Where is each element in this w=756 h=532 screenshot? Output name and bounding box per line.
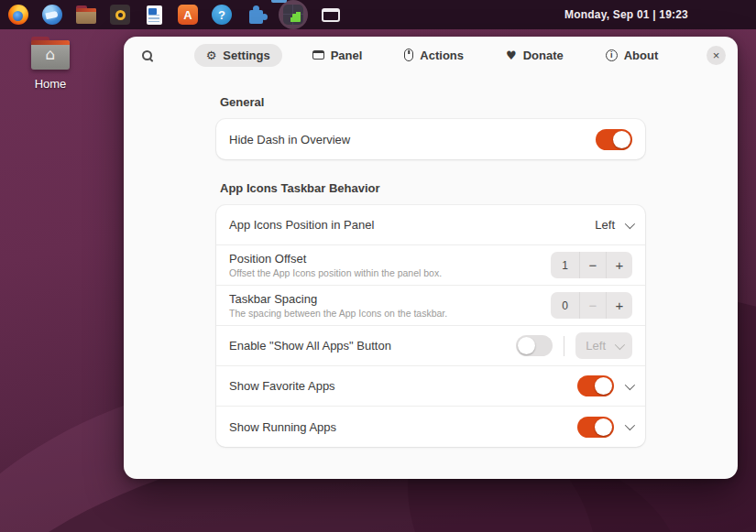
tab-panel[interactable]: Panel (301, 44, 375, 67)
panel-icon (312, 50, 324, 60)
rhythmbox-icon[interactable] (109, 4, 131, 26)
spinner-value[interactable]: 1 (551, 252, 579, 278)
show-all-apps-position-dropdown-disabled: Left (575, 332, 632, 359)
extension-manager-icon-active[interactable] (279, 0, 308, 29)
show-all-apps-toggle[interactable] (516, 335, 553, 356)
section-title-general: General (220, 95, 645, 109)
clock[interactable]: Monday, Sep 01 | 19:23 (564, 8, 749, 21)
top-bar: A ? Monday, Sep 01 | 19:23 (0, 0, 756, 29)
thunderbird-icon[interactable] (41, 4, 63, 26)
tab-bar: ⚙ Settings Panel Actions ♥ Donate i Abou… (158, 44, 707, 67)
row-title: Taskbar Spacing (229, 292, 447, 306)
decrement-button-disabled: − (579, 292, 606, 319)
chevron-down-icon (625, 218, 635, 228)
row-title: App Icons Position in Panel (229, 218, 374, 232)
position-dropdown[interactable]: Left (595, 218, 632, 232)
desktop-home-folder[interactable]: ⌂ Home (22, 40, 79, 91)
row-title: Hide Dash in Overview (229, 133, 350, 147)
extensions-icon[interactable] (245, 4, 267, 26)
hide-dash-toggle[interactable] (596, 129, 632, 150)
mouse-icon (404, 49, 413, 61)
tab-settings[interactable]: ⚙ Settings (194, 44, 282, 67)
row-title: Show Favorite Apps (229, 379, 335, 393)
firefox-icon[interactable] (7, 4, 29, 26)
row-title: Enable "Show All Apps" Button (229, 339, 391, 353)
home-folder-label: Home (22, 77, 79, 91)
tab-about[interactable]: i About (594, 44, 671, 67)
app-center-icon[interactable]: A (177, 4, 199, 26)
close-icon: × (713, 49, 720, 61)
row-show-favorite-apps[interactable]: Show Favorite Apps (216, 366, 645, 407)
row-subtitle: The spacing between the App Icons on the… (229, 308, 447, 319)
row-show-running-apps[interactable]: Show Running Apps (216, 407, 645, 447)
position-offset-spinner: 1 − + (551, 252, 632, 278)
dropdown-value: Left (595, 218, 615, 232)
dialog-header: ⚙ Settings Panel Actions ♥ Donate i Abou… (124, 37, 738, 73)
libreoffice-writer-icon[interactable] (143, 4, 165, 26)
dropdown-value: Left (586, 339, 606, 353)
home-folder-icon: ⌂ (31, 40, 70, 70)
taskbar-behavior-card: App Icons Position in Panel Left Positio… (216, 205, 645, 447)
settings-content: General Hide Dash in Overview App Icons … (216, 95, 645, 447)
house-icon: ⌂ (31, 47, 70, 62)
row-position-offset: Position Offset Offset the App Icons pos… (216, 245, 645, 286)
tab-label: About (624, 49, 659, 62)
tab-label: Panel (331, 49, 363, 62)
gear-icon: ⚙ (206, 49, 217, 61)
window-switcher-icon[interactable] (320, 4, 342, 26)
heart-icon: ♥ (506, 49, 517, 61)
chevron-down-icon (615, 339, 625, 349)
row-show-all-apps: Enable "Show All Apps" Button Left (216, 326, 645, 366)
decrement-button[interactable]: − (579, 252, 606, 278)
tab-actions[interactable]: Actions (392, 44, 476, 67)
show-favorite-apps-toggle[interactable] (577, 375, 614, 396)
taskbar-app-icons: A ? (7, 0, 342, 29)
row-subtitle: Offset the App Icons position within the… (229, 267, 442, 278)
tab-donate[interactable]: ♥ Donate (494, 44, 575, 67)
tab-label: Settings (223, 49, 269, 62)
info-icon: i (606, 49, 618, 61)
search-button[interactable] (136, 44, 158, 66)
section-title-taskbar-behavior: App Icons Taskbar Behavior (220, 181, 645, 195)
divider (564, 336, 564, 356)
tab-label: Donate (523, 49, 564, 62)
extension-preferences-window: ⚙ Settings Panel Actions ♥ Donate i Abou… (124, 37, 738, 479)
tab-label: Actions (420, 49, 464, 62)
close-button[interactable]: × (707, 46, 726, 65)
help-icon[interactable]: ? (211, 4, 233, 26)
show-running-apps-toggle[interactable] (577, 417, 614, 438)
general-card: Hide Dash in Overview (216, 119, 645, 159)
row-taskbar-spacing: Taskbar Spacing The spacing between the … (216, 286, 645, 326)
expander-chevron-icon[interactable] (625, 379, 635, 389)
taskbar-spacing-spinner: 0 − + (551, 292, 632, 319)
increment-button[interactable]: + (606, 292, 632, 319)
row-icons-position[interactable]: App Icons Position in Panel Left (216, 205, 645, 245)
files-icon[interactable] (75, 4, 97, 26)
row-title: Position Offset (229, 252, 442, 266)
row-title: Show Running Apps (229, 420, 336, 434)
row-hide-dash: Hide Dash in Overview (216, 119, 645, 159)
expander-chevron-icon[interactable] (625, 420, 635, 430)
spinner-value[interactable]: 0 (551, 292, 579, 319)
increment-button[interactable]: + (606, 252, 632, 278)
search-icon (142, 50, 152, 60)
